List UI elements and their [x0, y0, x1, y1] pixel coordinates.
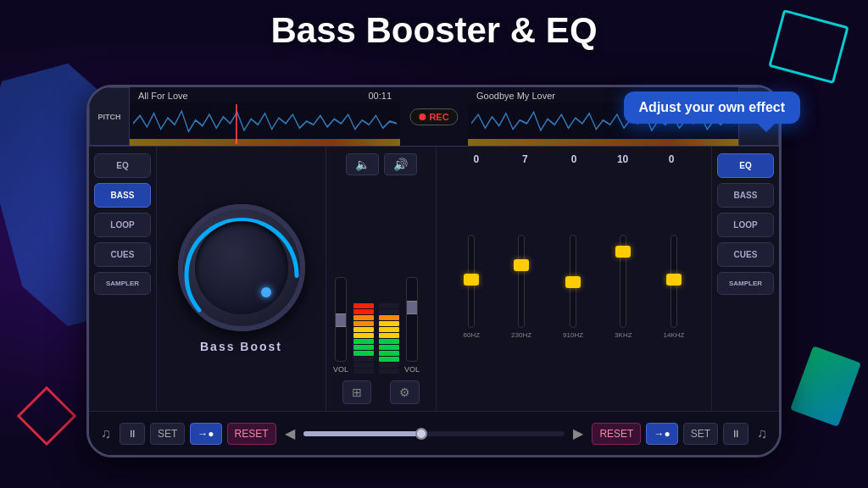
vu-meters-row: VOL: [333, 182, 429, 374]
vu-seg: [353, 315, 374, 320]
vu-seg: [379, 315, 399, 320]
music-note-left-icon: ♫: [97, 423, 114, 445]
rec-button[interactable]: REC: [409, 108, 458, 125]
eq-fader-track-230hz[interactable]: [518, 235, 525, 328]
arrow-rec-right-btn[interactable]: →●: [646, 423, 677, 445]
set-right-btn[interactable]: SET: [683, 423, 718, 445]
eq-val-0: 0: [464, 153, 489, 165]
grid-icon-btn[interactable]: ⊞: [342, 380, 371, 404]
arrow-rec-left-btn[interactable]: →●: [190, 423, 221, 445]
vu-seg: [379, 369, 399, 374]
left-waveform-visual: [130, 103, 400, 146]
vol-fader-left: VOL: [333, 277, 348, 374]
transport-bar: ♫ ⏸ SET →● RESET ◀ ▶ RESET →● SET ⏸ ♫: [89, 411, 779, 455]
vu-seg: [379, 321, 399, 326]
knob-area: Bass Boost: [157, 147, 326, 411]
vu-seg: [353, 309, 374, 314]
prev-icon[interactable]: ◀: [281, 422, 298, 445]
right-sampler-btn[interactable]: SAMPLER: [717, 272, 774, 295]
left-waveform: All For Love 00:11: [130, 87, 400, 146]
eq-fader-track-910hz[interactable]: [570, 235, 576, 328]
set-left-btn[interactable]: SET: [150, 423, 185, 445]
pitch-btn-left[interactable]: PITCH: [89, 87, 130, 146]
tooltip-bubble: Adjust your own effect: [624, 92, 800, 124]
vu-bars-left: [353, 289, 374, 374]
eq-values-row: 0 7 0 10 0: [443, 153, 704, 165]
right-bass-btn[interactable]: BASS: [717, 183, 774, 208]
progress-thumb: [415, 428, 427, 440]
eq-val-2: 0: [561, 153, 587, 165]
vu-seg: [379, 345, 399, 350]
eq-fader-handle-910hz: [565, 276, 581, 288]
speaker-right-btn[interactable]: 🔊: [384, 153, 417, 175]
left-sampler-btn[interactable]: SAMPLER: [94, 272, 151, 295]
vu-seg: [379, 303, 399, 308]
svg-rect-0: [236, 104, 237, 144]
vu-seg: [353, 333, 374, 338]
reset-left-btn[interactable]: RESET: [227, 423, 276, 445]
right-eq-btn[interactable]: EQ: [717, 153, 774, 178]
eq-fader-3khz: 3KHZ: [615, 235, 632, 339]
vu-top-buttons: 🔈 🔊: [333, 153, 429, 175]
progress-fill: [303, 431, 421, 436]
eq-freq-910hz: 910HZ: [563, 331, 583, 339]
knob-indicator: [261, 287, 271, 297]
vu-seg: [353, 303, 374, 308]
eq-val-3: 10: [610, 153, 636, 165]
pause-right-btn[interactable]: ⏸: [723, 423, 748, 445]
vu-bars-left-visual: [353, 289, 374, 374]
next-icon[interactable]: ▶: [570, 422, 587, 445]
left-track-name: All For Love: [138, 91, 188, 101]
left-track-info: All For Love 00:11: [130, 87, 400, 103]
eq-fader-910hz: 910HZ: [563, 235, 583, 339]
music-note-right-icon: ♫: [754, 423, 771, 445]
right-loop-btn[interactable]: LOOP: [717, 213, 774, 237]
left-cues-btn[interactable]: CUES: [94, 242, 151, 267]
vu-seg: [379, 339, 399, 344]
reset-right-btn[interactable]: RESET: [592, 423, 641, 445]
knob-outer: [178, 204, 305, 331]
vu-bars-right: [379, 289, 399, 374]
vu-meters-area: 🔈 🔊 VOL: [326, 147, 437, 411]
eq-fader-14khz: 14KHZ: [664, 235, 685, 339]
gear-icon-btn[interactable]: ⚙: [390, 380, 420, 404]
eq-val-4: 0: [659, 153, 684, 165]
rec-dot: [419, 114, 426, 120]
speaker-left-btn[interactable]: 🔈: [346, 153, 379, 175]
vu-bars-right-visual: [379, 289, 399, 374]
eq-fader-track-60hz[interactable]: [468, 235, 475, 328]
vu-seg: [353, 345, 374, 350]
eq-freq-60hz: 60HZ: [464, 331, 481, 339]
right-cues-btn[interactable]: CUES: [717, 242, 774, 267]
eq-faders-row: 60HZ 230HZ 910HZ: [443, 169, 704, 404]
eq-faders-area: 0 7 0 10 0 60HZ: [437, 147, 711, 411]
left-fader-track[interactable]: [335, 277, 347, 362]
eq-fader-handle-60hz: [464, 274, 479, 286]
pause-left-btn[interactable]: ⏸: [120, 423, 145, 445]
vu-seg: [379, 357, 399, 362]
vu-seg: [379, 333, 399, 338]
vu-bottom-icons: ⊞ ⚙: [333, 380, 429, 404]
left-bass-btn[interactable]: BASS: [94, 183, 151, 208]
phone-frame: PITCH All For Love 00:11: [86, 85, 782, 458]
vu-seg: [379, 351, 399, 356]
left-panel: EQ BASS LOOP CUES SAMPLER: [89, 147, 157, 411]
vol-left-label: VOL: [333, 365, 348, 374]
bass-boost-knob[interactable]: [178, 204, 305, 331]
right-panel: EQ BASS LOOP CUES SAMPLER: [711, 147, 779, 411]
eq-freq-230hz: 230HZ: [511, 331, 531, 339]
vu-seg: [379, 327, 399, 332]
left-eq-btn[interactable]: EQ: [94, 153, 151, 178]
progress-bar[interactable]: [303, 431, 565, 436]
right-track-name: Goodbye My Lover: [476, 91, 555, 101]
vu-seg: [353, 357, 374, 362]
vu-seg: [379, 363, 399, 368]
eq-fader-track-14khz[interactable]: [670, 235, 677, 328]
left-loop-btn[interactable]: LOOP: [94, 213, 151, 237]
right-fader-track[interactable]: [406, 277, 418, 362]
rec-label: REC: [429, 112, 448, 122]
left-track-time: 00:11: [368, 91, 392, 101]
eq-fader-track-3khz[interactable]: [620, 235, 626, 328]
vu-seg: [379, 309, 399, 314]
eq-freq-3khz: 3KHZ: [615, 331, 632, 339]
